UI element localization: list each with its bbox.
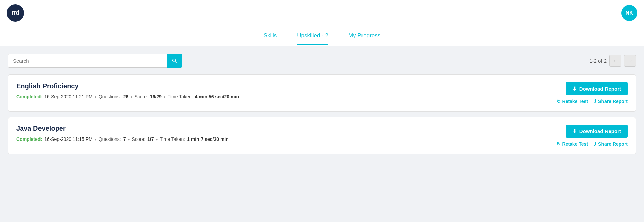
share-icon-english: ⤴ <box>594 99 596 104</box>
questions-value-java: 7 <box>123 136 126 142</box>
prev-page-button[interactable]: ← <box>609 55 621 67</box>
score-label-java: Score: <box>132 136 145 142</box>
score-value-java: 1/7 <box>147 136 154 142</box>
download-icon-java: ⬇ <box>572 128 577 134</box>
share-report-button-english[interactable]: ⤴ Share Report <box>594 99 628 104</box>
dot6: ● <box>156 137 158 141</box>
tab-upskilled[interactable]: Upskilled - 2 <box>297 27 328 45</box>
download-report-button-java[interactable]: ⬇ Download Report <box>566 125 628 138</box>
search-wrap <box>8 54 182 68</box>
dot1: ● <box>95 95 97 99</box>
user-avatar[interactable]: NK <box>621 5 637 21</box>
download-report-button-english[interactable]: ⬇ Download Report <box>566 82 628 95</box>
logo-text: rrd <box>12 9 19 16</box>
retake-icon-english: ↻ <box>557 99 561 104</box>
search-button[interactable] <box>167 54 182 68</box>
card-actions-english: ↻ Retake Test ⤴ Share Report <box>557 99 628 104</box>
tab-skills[interactable]: Skills <box>264 27 277 45</box>
completed-date-english: 16-Sep-2020 11:21 PM <box>44 94 93 99</box>
retake-icon-java: ↻ <box>557 141 561 147</box>
tab-my-progress[interactable]: My Progress <box>348 27 380 45</box>
tabs-bar: Skills Upskilled - 2 My Progress <box>0 26 644 46</box>
dot4: ● <box>95 137 97 141</box>
card-meta-english: Completed: 16-Sep-2020 11:21 PM ● Questi… <box>16 94 554 99</box>
share-icon-java: ⤴ <box>594 141 596 147</box>
download-icon-english: ⬇ <box>572 86 577 92</box>
time-value-english: 4 min 56 sec/20 min <box>195 94 239 99</box>
score-value-english: 16/29 <box>150 94 162 99</box>
card-title-java: Java Developer <box>16 125 554 132</box>
header: rrd NK <box>0 0 644 26</box>
retake-test-button-java[interactable]: ↻ Retake Test <box>557 141 588 147</box>
next-page-button[interactable]: → <box>624 55 636 67</box>
time-label-java: Time Taken: <box>160 136 185 142</box>
avatar-initials: NK <box>625 10 633 16</box>
card-right-english: ⬇ Download Report ↻ Retake Test ⤴ Share … <box>554 82 628 104</box>
dot5: ● <box>128 137 130 141</box>
pagination: 1-2 of 2 ← → <box>589 55 636 67</box>
retake-test-button-english[interactable]: ↻ Retake Test <box>557 99 588 104</box>
score-label-english: Score: <box>134 94 148 99</box>
main-content: 1-2 of 2 ← → English Proficiency Complet… <box>0 46 644 167</box>
completed-label-java: Completed: <box>16 136 42 142</box>
search-icon <box>171 58 177 64</box>
card-right-java: ⬇ Download Report ↻ Retake Test ⤴ Share … <box>554 125 628 147</box>
time-label-english: Time Taken: <box>168 94 193 99</box>
search-row: 1-2 of 2 ← → <box>8 54 636 68</box>
dot3: ● <box>164 95 166 99</box>
card-meta-java: Completed: 16-Sep-2020 11:15 PM ● Questi… <box>16 136 554 142</box>
questions-label-english: Questions: <box>99 94 121 99</box>
questions-label-java: Questions: <box>99 136 121 142</box>
card-actions-java: ↻ Retake Test ⤴ Share Report <box>557 141 628 147</box>
card-left-java: Java Developer Completed: 16-Sep-2020 11… <box>16 125 554 142</box>
search-input[interactable] <box>8 54 167 68</box>
dot2: ● <box>130 95 132 99</box>
card-title-english: English Proficiency <box>16 82 554 90</box>
share-report-button-java[interactable]: ⤴ Share Report <box>594 141 628 147</box>
pagination-info-text: 1-2 of 2 <box>589 58 607 64</box>
card-java-developer: Java Developer Completed: 16-Sep-2020 11… <box>8 117 636 154</box>
time-value-java: 1 min 7 sec/20 min <box>187 136 229 142</box>
logo: rrd <box>7 4 24 22</box>
completed-date-java: 16-Sep-2020 11:15 PM <box>44 136 93 142</box>
card-left-english: English Proficiency Completed: 16-Sep-20… <box>16 82 554 99</box>
questions-value-english: 26 <box>123 94 129 99</box>
card-english-proficiency: English Proficiency Completed: 16-Sep-20… <box>8 74 636 112</box>
completed-label-english: Completed: <box>16 94 42 99</box>
